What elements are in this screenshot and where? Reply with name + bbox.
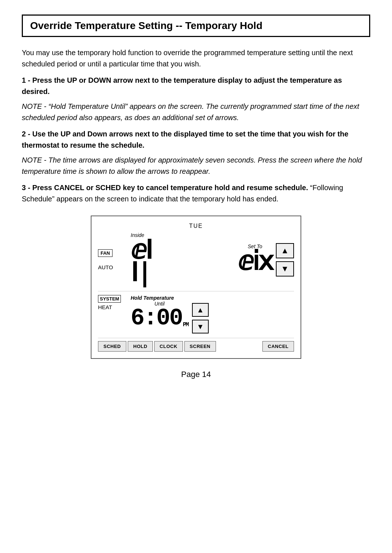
fan-label: FAN (98, 249, 113, 257)
thermostat: TUE FAN AUTO Inside ⅇⅠ Ⅰ∣ Set To ⅇⅸ (91, 216, 301, 359)
left-labels: FAN AUTO (98, 249, 127, 270)
main-display-row: FAN AUTO Inside ⅇⅠ Ⅰ∣ Set To ⅇⅸ ▲ ▼ (98, 232, 294, 287)
thermostat-container: TUE FAN AUTO Inside ⅇⅠ Ⅰ∣ Set To ⅇⅸ (22, 216, 370, 359)
hold-down-arrow[interactable]: ▼ (192, 320, 209, 333)
sched-button[interactable]: SCHED (98, 341, 126, 352)
setto-temp: ⅇⅸ (238, 250, 272, 276)
hold-arrows: ▲ ▼ (192, 303, 209, 333)
buttons-row: SCHED HOLD CLOCK SCREEN CANCEL (98, 338, 294, 352)
step2: 2 - Use the UP and Down arrows next to t… (22, 128, 370, 151)
setto-display: Set To ⅇⅸ (238, 243, 272, 276)
day-label: TUE (98, 223, 294, 229)
system-left-labels: SYSTEM HEAT (98, 295, 127, 310)
paragraph1: You may use the temporary hold function … (22, 47, 370, 70)
step1: 1 - Press the UP or DOWN arrow next to t… (22, 75, 370, 97)
heat-label: HEAT (98, 304, 112, 310)
pm-label: PM (183, 322, 188, 328)
hold-up-arrow[interactable]: ▲ (192, 303, 209, 317)
hold-button[interactable]: HOLD (128, 341, 153, 352)
screen-button[interactable]: SCREEN (184, 341, 216, 352)
hold-section: Hold Temperature Until 6:00 PM ▲ ▼ (127, 295, 294, 333)
note1: NOTE - “Hold Temperature Until” appears … (22, 101, 370, 123)
step3: 3 - Press CANCEL or SCHED key to cancel … (22, 182, 370, 205)
cancel-button[interactable]: CANCEL (262, 341, 294, 352)
bottom-section: SYSTEM HEAT Hold Temperature Until 6:00 … (98, 291, 294, 333)
inside-temp-bottom: Ⅰ∣ (131, 261, 151, 287)
inside-temp-display: Inside ⅇⅠ Ⅰ∣ (127, 232, 238, 287)
temp-up-arrow[interactable]: ▲ (276, 243, 294, 258)
left-buttons: SCHED HOLD CLOCK SCREEN (98, 341, 216, 352)
page-number: Page 14 (22, 370, 370, 379)
clock-button[interactable]: CLOCK (154, 341, 183, 352)
hold-temp-block: Hold Temperature Until 6:00 PM (131, 295, 188, 330)
hold-time: 6:00 (131, 307, 182, 330)
main-arrows: ▲ ▼ (276, 243, 294, 276)
system-heat-row: SYSTEM HEAT Hold Temperature Until 6:00 … (98, 295, 294, 333)
auto-label: AUTO (98, 264, 113, 270)
system-label: SYSTEM (98, 295, 121, 303)
page-title-box: Override Temperature Setting -- Temporar… (22, 15, 370, 37)
note2: NOTE - The time arrows are displayed for… (22, 155, 370, 177)
hold-time-display: 6:00 PM (131, 307, 188, 330)
temp-down-arrow[interactable]: ▼ (276, 261, 294, 276)
hold-temp-title: Hold Temperature (131, 295, 188, 301)
page-title: Override Temperature Setting -- Temporar… (30, 20, 362, 32)
